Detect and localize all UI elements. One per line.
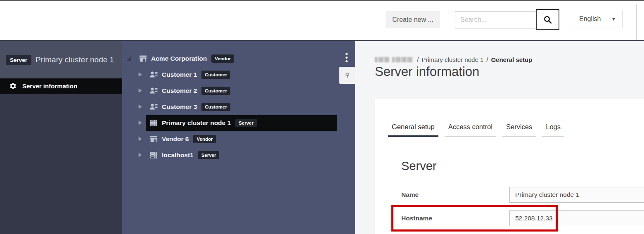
pin-icon (343, 72, 351, 79)
tree-node-label: Customer 1 (162, 71, 197, 78)
create-new-button[interactable]: Create new ... (386, 11, 440, 28)
tree-node-label: localhost1 (162, 151, 194, 159)
section-title: Server (401, 159, 436, 173)
expander-icon[interactable] (136, 152, 143, 158)
tab[interactable]: Logs (542, 123, 564, 137)
breadcrumb-segments: / Primary cluster node 1 / General setup (414, 56, 532, 63)
customer-icon (149, 103, 158, 111)
tree-node-type-badge: Server (198, 151, 220, 159)
store-icon (149, 135, 158, 143)
object-tree: Acme Corporation Vendor (122, 41, 355, 163)
topbar-right-divider (636, 4, 637, 41)
breadcrumb: / Primary cluster node 1 / General setup (375, 56, 532, 63)
tree-node-label: Customer 3 (162, 103, 197, 111)
tree-row: Customer 1 Customer (122, 66, 355, 83)
expander-icon[interactable] (136, 104, 143, 110)
breadcrumb-separator: / (486, 56, 488, 63)
form-field-label: Hostname (401, 215, 509, 222)
form-field-input[interactable] (509, 210, 644, 226)
server-icon (149, 151, 158, 159)
search-input[interactable] (455, 11, 536, 28)
tree-row: Customer 2 Customer (122, 83, 355, 99)
tree-node-label: Vendor 6 (162, 135, 189, 143)
gear-icon (9, 82, 17, 90)
expander-icon[interactable] (136, 71, 143, 78)
form-field-input[interactable] (509, 187, 644, 203)
tab[interactable]: Services (502, 123, 536, 137)
form-row: Name (401, 187, 644, 203)
tree-row: Customer 3 Customer (122, 99, 355, 115)
search-button[interactable] (536, 9, 559, 30)
tab-bar: General setup Access control Services Lo… (388, 123, 571, 137)
tree-row: Vendor 6 Vendor (122, 131, 355, 147)
search-icon (543, 15, 552, 24)
tree-node[interactable]: Customer 3 Customer (146, 99, 234, 115)
chevron-down-icon: ▼ (611, 17, 616, 21)
tree-node[interactable]: Customer 2 Customer (146, 83, 234, 99)
tree-row: Acme Corporation Vendor (122, 50, 355, 66)
topbar: Create new ... English ▼ (0, 1, 644, 40)
tree-node-type-badge: Customer (201, 71, 230, 79)
tree-row: localhost1 Server (122, 147, 355, 163)
tree-node-type-badge: Vendor (193, 135, 216, 143)
object-tree-panel: Acme Corporation Vendor (122, 41, 355, 234)
tree-node[interactable]: Customer 1 Customer (146, 67, 234, 83)
language-dropdown[interactable]: English ▼ (572, 10, 623, 28)
tree-node[interactable]: Vendor 6 Vendor (146, 131, 220, 147)
store-icon (139, 54, 147, 63)
breadcrumb-segment[interactable]: Primary cluster node 1 (421, 56, 483, 63)
language-dropdown-value: English (579, 15, 601, 23)
form-field-label: Name (401, 191, 509, 199)
tab[interactable]: General setup (388, 123, 438, 137)
expander-icon[interactable] (136, 87, 143, 94)
sidebar-item-label: Server information (22, 83, 77, 90)
expander-icon[interactable] (136, 136, 143, 142)
breadcrumb-redacted-segment (375, 57, 413, 62)
page-title: Server information (375, 64, 479, 79)
tree-node-label: Customer 2 (162, 87, 197, 95)
tree-context-menu-icon[interactable] (345, 52, 348, 63)
customer-icon (149, 71, 158, 79)
object-type-badge: Server (6, 55, 31, 65)
sidebar-header: Server Primary cluster node 1 (0, 41, 122, 78)
tree-node-type-badge: Vendor (211, 54, 234, 63)
tree-node-type-badge: Server (235, 119, 257, 127)
expander-icon[interactable] (136, 120, 143, 126)
sidebar: Server Primary cluster node 1 Server inf… (0, 41, 122, 234)
tree-node-type-badge: Customer (201, 87, 230, 95)
tree-node[interactable]: Acme Corporation Vendor (135, 51, 238, 66)
tree-node-type-badge: Customer (201, 103, 230, 111)
tree-node[interactable]: localhost1 Server (146, 147, 223, 163)
content-card: General setup Access control Services Lo… (375, 99, 644, 234)
server-icon (149, 119, 158, 127)
sidebar-object-title: Primary cluster node 1 (36, 55, 114, 64)
tab[interactable]: Access control (445, 123, 496, 137)
tree-node[interactable]: Primary cluster node 1 Server (146, 115, 337, 131)
tree-row: Primary cluster node 1 Server (122, 115, 355, 131)
main-content: / Primary cluster node 1 / General setup… (355, 41, 644, 234)
breadcrumb-separator: / (417, 56, 419, 63)
breadcrumb-segment[interactable]: General setup (491, 56, 532, 63)
tree-node-label: Acme Corporation (151, 55, 207, 62)
pin-panel-button[interactable] (339, 67, 355, 84)
form-row: Hostname (401, 210, 644, 226)
tree-node-label: Primary cluster node 1 (162, 119, 231, 127)
server-form: Name Hostname (401, 187, 644, 234)
sidebar-item-server-information[interactable]: Server information (0, 78, 122, 94)
customer-icon (149, 87, 158, 95)
expander-icon[interactable] (125, 55, 132, 62)
